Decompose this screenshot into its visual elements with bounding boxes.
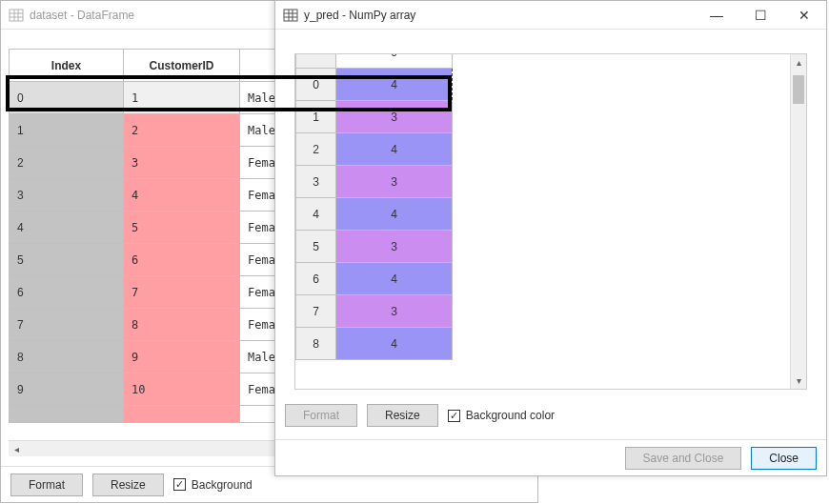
table-row[interactable]: 64 bbox=[296, 263, 453, 295]
format-button[interactable]: Format bbox=[10, 474, 83, 496]
ypred-table[interactable]: 0 041324334453647384 bbox=[295, 53, 453, 360]
cell-customerid[interactable]: 4 bbox=[124, 179, 240, 212]
ypred-value-cell[interactable]: 4 bbox=[336, 328, 453, 360]
minimize-button[interactable]: — bbox=[695, 1, 738, 29]
cell-index[interactable]: 4 bbox=[10, 212, 124, 244]
ypred-vertical-scrollbar[interactable]: ▴ ▾ bbox=[790, 54, 806, 389]
cell-customerid[interactable]: 7 bbox=[124, 276, 240, 309]
table-row[interactable]: 04 bbox=[296, 69, 453, 101]
ypred-value-cell[interactable]: 4 bbox=[336, 198, 453, 231]
table-row[interactable]: 53 bbox=[296, 231, 453, 263]
ypred-value-cell[interactable]: 0 bbox=[336, 53, 453, 69]
scroll-thumb[interactable] bbox=[793, 75, 804, 104]
close-dialog-button[interactable]: Close bbox=[751, 447, 817, 470]
cell-customerid[interactable]: 3 bbox=[124, 147, 240, 179]
resize-button[interactable]: Resize bbox=[367, 404, 438, 427]
ypred-row-idx: 7 bbox=[296, 295, 336, 328]
ypred-value-cell[interactable]: 3 bbox=[336, 101, 453, 133]
ypred-value-cell[interactable]: 3 bbox=[336, 166, 453, 198]
cell-index[interactable]: 9 bbox=[10, 373, 124, 406]
ypred-row-idx: 2 bbox=[296, 133, 336, 166]
cell-index[interactable]: 2 bbox=[10, 147, 124, 179]
scroll-left-arrow[interactable]: ◂ bbox=[9, 441, 25, 456]
ypred-row-idx: 4 bbox=[296, 198, 336, 231]
format-button: Format bbox=[285, 404, 357, 427]
cell-index[interactable]: 5 bbox=[10, 244, 124, 276]
ypred-footer: Format Resize ✓Background color bbox=[275, 397, 826, 433]
cell-index[interactable]: 1 bbox=[10, 114, 124, 147]
cell-index[interactable]: 7 bbox=[10, 309, 124, 341]
dataset-title: dataset - DataFrame bbox=[30, 9, 134, 22]
ypred-row-idx: 0 bbox=[296, 69, 336, 101]
ypred-value-cell[interactable]: 3 bbox=[336, 231, 453, 263]
ypred-row-idx bbox=[296, 53, 336, 69]
table-row[interactable]: 84 bbox=[296, 328, 453, 360]
table-row[interactable]: 73 bbox=[296, 295, 453, 328]
cell-index[interactable]: 0 bbox=[10, 82, 124, 114]
ypred-value-cell[interactable]: 4 bbox=[336, 263, 453, 295]
cell-index[interactable]: 3 bbox=[10, 179, 124, 212]
ypred-value-cell[interactable]: 4 bbox=[336, 133, 453, 166]
cell-customerid[interactable]: 6 bbox=[124, 244, 240, 276]
svg-rect-0 bbox=[10, 10, 23, 21]
bgcolor-checkbox[interactable]: ✓Background color bbox=[448, 409, 555, 422]
col-customerid[interactable]: CustomerID bbox=[124, 50, 240, 82]
save-close-button: Save and Close bbox=[625, 447, 742, 470]
table-icon bbox=[283, 8, 298, 23]
ypred-titlebar[interactable]: y_pred - NumPy array — ☐ ✕ bbox=[275, 1, 826, 30]
table-row[interactable]: 13 bbox=[296, 101, 453, 133]
ypred-window: y_pred - NumPy array — ☐ ✕ ▴ ▾ 0 0413243… bbox=[274, 0, 827, 476]
table-icon bbox=[9, 8, 24, 23]
ypred-row-idx: 6 bbox=[296, 263, 336, 295]
scroll-up-arrow[interactable]: ▴ bbox=[791, 54, 806, 71]
table-row[interactable]: 33 bbox=[296, 166, 453, 198]
ypred-row-idx: 5 bbox=[296, 231, 336, 263]
cell-index[interactable]: 6 bbox=[10, 276, 124, 309]
cell-customerid[interactable]: 2 bbox=[124, 114, 240, 147]
ypred-title: y_pred - NumPy array bbox=[304, 9, 415, 22]
cell-customerid[interactable]: 9 bbox=[124, 341, 240, 373]
table-row[interactable]: 24 bbox=[296, 133, 453, 166]
ypred-row-idx: 3 bbox=[296, 166, 336, 198]
cell-customerid[interactable]: 10 bbox=[124, 373, 240, 406]
cell-index[interactable]: 8 bbox=[10, 341, 124, 373]
cell-customerid[interactable]: 1 bbox=[124, 82, 240, 114]
ypred-value-cell[interactable]: 3 bbox=[336, 295, 453, 328]
cell-customerid[interactable]: 5 bbox=[124, 212, 240, 244]
bgcolor-checkbox[interactable]: ✓Background bbox=[173, 478, 253, 492]
scroll-down-arrow[interactable]: ▾ bbox=[791, 373, 806, 389]
maximize-button[interactable]: ☐ bbox=[738, 1, 782, 29]
cell-customerid[interactable]: 8 bbox=[124, 309, 240, 341]
svg-rect-5 bbox=[284, 10, 297, 21]
ypred-row-idx: 8 bbox=[296, 328, 336, 360]
ypred-row-idx: 1 bbox=[296, 101, 336, 133]
table-row[interactable]: 44 bbox=[296, 198, 453, 231]
resize-button[interactable]: Resize bbox=[92, 474, 164, 496]
col-index[interactable]: Index bbox=[10, 50, 124, 82]
ypred-footer2: Save and Close Close bbox=[275, 439, 826, 475]
close-button[interactable]: ✕ bbox=[782, 1, 826, 29]
ypred-value-cell[interactable]: 4 bbox=[336, 69, 453, 101]
